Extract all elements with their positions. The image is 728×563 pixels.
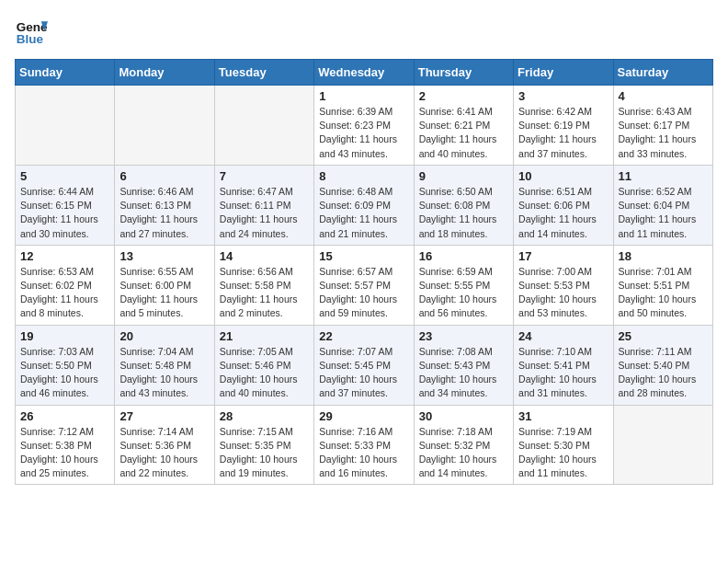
day-info: Sunrise: 7:11 AM Sunset: 5:40 PM Dayligh… xyxy=(619,345,708,401)
calendar-cell: 19Sunrise: 7:03 AM Sunset: 5:50 PM Dayli… xyxy=(16,325,115,405)
day-number: 11 xyxy=(619,169,708,183)
day-number: 27 xyxy=(119,409,209,423)
day-number: 13 xyxy=(119,249,209,263)
day-info: Sunrise: 6:48 AM Sunset: 6:09 PM Dayligh… xyxy=(319,185,408,241)
day-number: 22 xyxy=(319,329,408,343)
calendar-cell: 8Sunrise: 6:48 AM Sunset: 6:09 PM Daylig… xyxy=(314,165,414,245)
calendar-cell: 23Sunrise: 7:08 AM Sunset: 5:43 PM Dayli… xyxy=(414,325,513,405)
day-number: 24 xyxy=(518,329,608,343)
day-number: 12 xyxy=(20,249,109,263)
week-row-5: 26Sunrise: 7:12 AM Sunset: 5:38 PM Dayli… xyxy=(16,405,713,485)
day-info: Sunrise: 6:39 AM Sunset: 6:23 PM Dayligh… xyxy=(319,105,408,161)
calendar-cell: 26Sunrise: 7:12 AM Sunset: 5:38 PM Dayli… xyxy=(16,405,115,485)
day-info: Sunrise: 7:04 AM Sunset: 5:48 PM Dayligh… xyxy=(119,345,209,401)
day-info: Sunrise: 6:53 AM Sunset: 6:02 PM Dayligh… xyxy=(20,265,109,321)
calendar-cell: 21Sunrise: 7:05 AM Sunset: 5:46 PM Dayli… xyxy=(214,325,313,405)
day-number: 14 xyxy=(220,249,309,263)
day-info: Sunrise: 7:10 AM Sunset: 5:41 PM Dayligh… xyxy=(518,345,608,401)
calendar: SundayMondayTuesdayWednesdayThursdayFrid… xyxy=(15,59,713,485)
calendar-cell: 9Sunrise: 6:50 AM Sunset: 6:08 PM Daylig… xyxy=(414,165,513,245)
day-number: 16 xyxy=(419,249,508,263)
calendar-cell: 20Sunrise: 7:04 AM Sunset: 5:48 PM Dayli… xyxy=(115,325,214,405)
weekday-header-saturday: Saturday xyxy=(613,60,712,86)
weekday-header-monday: Monday xyxy=(115,60,214,86)
calendar-cell: 27Sunrise: 7:14 AM Sunset: 5:36 PM Dayli… xyxy=(115,405,214,485)
day-number: 7 xyxy=(220,169,309,183)
calendar-cell: 14Sunrise: 6:56 AM Sunset: 5:58 PM Dayli… xyxy=(214,245,313,325)
weekday-header-thursday: Thursday xyxy=(414,60,513,86)
day-info: Sunrise: 6:59 AM Sunset: 5:55 PM Dayligh… xyxy=(419,265,508,321)
day-number: 6 xyxy=(119,169,209,183)
calendar-cell: 13Sunrise: 6:55 AM Sunset: 6:00 PM Dayli… xyxy=(115,245,214,325)
day-number: 29 xyxy=(319,409,408,423)
day-number: 19 xyxy=(20,329,109,343)
page-header: General Blue xyxy=(15,15,713,48)
calendar-cell: 28Sunrise: 7:15 AM Sunset: 5:35 PM Dayli… xyxy=(214,405,313,485)
day-info: Sunrise: 6:46 AM Sunset: 6:13 PM Dayligh… xyxy=(119,185,209,241)
svg-text:Blue: Blue xyxy=(17,32,44,46)
logo-icon: General Blue xyxy=(15,15,48,48)
day-info: Sunrise: 7:16 AM Sunset: 5:33 PM Dayligh… xyxy=(319,425,408,481)
day-info: Sunrise: 6:57 AM Sunset: 5:57 PM Dayligh… xyxy=(319,265,408,321)
calendar-cell xyxy=(613,405,712,485)
calendar-cell xyxy=(214,86,313,166)
day-info: Sunrise: 6:42 AM Sunset: 6:19 PM Dayligh… xyxy=(518,105,608,161)
day-info: Sunrise: 7:03 AM Sunset: 5:50 PM Dayligh… xyxy=(20,345,109,401)
day-info: Sunrise: 6:41 AM Sunset: 6:21 PM Dayligh… xyxy=(419,105,508,161)
day-number: 4 xyxy=(619,89,708,103)
day-info: Sunrise: 7:05 AM Sunset: 5:46 PM Dayligh… xyxy=(220,345,309,401)
calendar-cell: 16Sunrise: 6:59 AM Sunset: 5:55 PM Dayli… xyxy=(414,245,513,325)
day-number: 28 xyxy=(220,409,309,423)
day-info: Sunrise: 7:07 AM Sunset: 5:45 PM Dayligh… xyxy=(319,345,408,401)
day-info: Sunrise: 7:01 AM Sunset: 5:51 PM Dayligh… xyxy=(619,265,708,321)
day-info: Sunrise: 6:52 AM Sunset: 6:04 PM Dayligh… xyxy=(619,185,708,241)
logo: General Blue xyxy=(15,15,48,48)
day-info: Sunrise: 6:50 AM Sunset: 6:08 PM Dayligh… xyxy=(419,185,508,241)
weekday-header-sunday: Sunday xyxy=(16,60,115,86)
calendar-cell xyxy=(16,86,115,166)
calendar-cell: 11Sunrise: 6:52 AM Sunset: 6:04 PM Dayli… xyxy=(613,165,712,245)
day-number: 2 xyxy=(419,89,508,103)
day-info: Sunrise: 6:44 AM Sunset: 6:15 PM Dayligh… xyxy=(20,185,109,241)
calendar-cell xyxy=(115,86,214,166)
calendar-cell: 3Sunrise: 6:42 AM Sunset: 6:19 PM Daylig… xyxy=(514,86,613,166)
calendar-cell: 10Sunrise: 6:51 AM Sunset: 6:06 PM Dayli… xyxy=(514,165,613,245)
day-info: Sunrise: 6:55 AM Sunset: 6:00 PM Dayligh… xyxy=(119,265,209,321)
day-info: Sunrise: 7:08 AM Sunset: 5:43 PM Dayligh… xyxy=(419,345,508,401)
day-info: Sunrise: 7:18 AM Sunset: 5:32 PM Dayligh… xyxy=(419,425,508,481)
calendar-cell: 12Sunrise: 6:53 AM Sunset: 6:02 PM Dayli… xyxy=(16,245,115,325)
day-number: 25 xyxy=(619,329,708,343)
day-info: Sunrise: 7:15 AM Sunset: 5:35 PM Dayligh… xyxy=(220,425,309,481)
week-row-2: 5Sunrise: 6:44 AM Sunset: 6:15 PM Daylig… xyxy=(16,165,713,245)
day-number: 18 xyxy=(619,249,708,263)
day-info: Sunrise: 6:47 AM Sunset: 6:11 PM Dayligh… xyxy=(220,185,309,241)
weekday-header-row: SundayMondayTuesdayWednesdayThursdayFrid… xyxy=(16,60,713,86)
day-info: Sunrise: 7:12 AM Sunset: 5:38 PM Dayligh… xyxy=(20,425,109,481)
day-number: 30 xyxy=(419,409,508,423)
day-number: 31 xyxy=(518,409,608,423)
calendar-cell: 25Sunrise: 7:11 AM Sunset: 5:40 PM Dayli… xyxy=(613,325,712,405)
week-row-1: 1Sunrise: 6:39 AM Sunset: 6:23 PM Daylig… xyxy=(16,86,713,166)
day-info: Sunrise: 6:56 AM Sunset: 5:58 PM Dayligh… xyxy=(220,265,309,321)
day-number: 8 xyxy=(319,169,408,183)
calendar-cell: 6Sunrise: 6:46 AM Sunset: 6:13 PM Daylig… xyxy=(115,165,214,245)
day-number: 5 xyxy=(20,169,109,183)
day-info: Sunrise: 6:43 AM Sunset: 6:17 PM Dayligh… xyxy=(619,105,708,161)
calendar-cell: 2Sunrise: 6:41 AM Sunset: 6:21 PM Daylig… xyxy=(414,86,513,166)
calendar-cell: 31Sunrise: 7:19 AM Sunset: 5:30 PM Dayli… xyxy=(514,405,613,485)
calendar-cell: 18Sunrise: 7:01 AM Sunset: 5:51 PM Dayli… xyxy=(613,245,712,325)
calendar-cell: 5Sunrise: 6:44 AM Sunset: 6:15 PM Daylig… xyxy=(16,165,115,245)
calendar-cell: 24Sunrise: 7:10 AM Sunset: 5:41 PM Dayli… xyxy=(514,325,613,405)
calendar-cell: 4Sunrise: 6:43 AM Sunset: 6:17 PM Daylig… xyxy=(613,86,712,166)
calendar-cell: 1Sunrise: 6:39 AM Sunset: 6:23 PM Daylig… xyxy=(314,86,414,166)
week-row-4: 19Sunrise: 7:03 AM Sunset: 5:50 PM Dayli… xyxy=(16,325,713,405)
day-number: 20 xyxy=(119,329,209,343)
day-number: 17 xyxy=(518,249,608,263)
day-number: 1 xyxy=(319,89,408,103)
calendar-cell: 29Sunrise: 7:16 AM Sunset: 5:33 PM Dayli… xyxy=(314,405,414,485)
day-number: 26 xyxy=(20,409,109,423)
calendar-cell: 15Sunrise: 6:57 AM Sunset: 5:57 PM Dayli… xyxy=(314,245,414,325)
calendar-cell: 22Sunrise: 7:07 AM Sunset: 5:45 PM Dayli… xyxy=(314,325,414,405)
calendar-cell: 7Sunrise: 6:47 AM Sunset: 6:11 PM Daylig… xyxy=(214,165,313,245)
week-row-3: 12Sunrise: 6:53 AM Sunset: 6:02 PM Dayli… xyxy=(16,245,713,325)
